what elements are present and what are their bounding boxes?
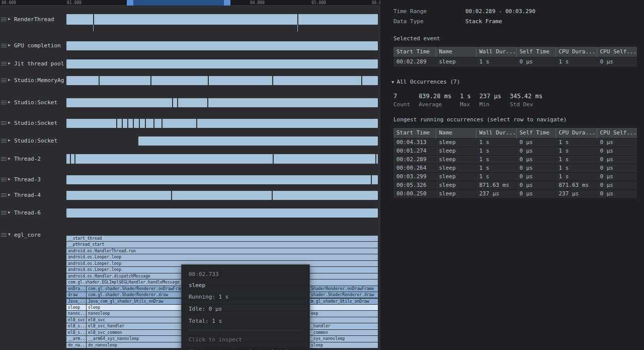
- thread-track[interactable]: [66, 76, 378, 85]
- chevron-right-icon[interactable]: ▶: [8, 209, 11, 216]
- drag-handle-icon[interactable]: [1, 139, 7, 143]
- flame-segment[interactable]: [309, 317, 378, 323]
- chevron-right-icon[interactable]: ▶: [8, 42, 11, 48]
- flame-segment[interactable]: el0_s...: [66, 323, 86, 329]
- table-row[interactable]: 00:01.274sleep1 s0 µs1 s0 µs: [393, 147, 637, 155]
- flame-segment[interactable]: __pthread_start: [66, 242, 378, 247]
- drag-handle-icon[interactable]: [1, 157, 7, 161]
- table-cell: sleep: [436, 147, 476, 155]
- column-header[interactable]: Start Time: [393, 128, 436, 138]
- thread-track[interactable]: [138, 136, 378, 146]
- flame-segment[interactable]: _common: [309, 330, 378, 335]
- table-cell: sleep: [436, 172, 476, 181]
- flame-segment[interactable]: _handler: [309, 323, 378, 329]
- profiler-window: 00.00001.00002.00003.00004.00005.00006.0…: [0, 0, 644, 350]
- flame-segment[interactable]: eep: [309, 311, 378, 316]
- table-row[interactable]: 00:05.326sleep871.63 ms0 µs871.63 ms0 µs: [393, 181, 637, 189]
- flame-segment[interactable]: android.os.HandlerThread.run: [66, 248, 378, 254]
- column-header[interactable]: Self Time: [516, 47, 555, 57]
- stat-value: 839.28 ms: [419, 93, 451, 100]
- tooltip-hint-inspect: Click to inspect: [189, 336, 302, 343]
- column-header[interactable]: CPU Self...: [597, 128, 637, 138]
- thread-track[interactable]: [66, 59, 378, 68]
- selection-handle-right[interactable]: [224, 0, 230, 6]
- thread-track[interactable]: [66, 191, 378, 200]
- column-header[interactable]: Self Time: [516, 128, 555, 138]
- chevron-right-icon[interactable]: ▶: [8, 60, 11, 66]
- thread-track[interactable]: [66, 98, 378, 107]
- flame-segment[interactable]: m_gl_shader_Utils_onDraw: [309, 299, 378, 304]
- flame-segment[interactable]: __arm...: [66, 336, 86, 341]
- column-header[interactable]: Wall Dur...: [476, 47, 516, 57]
- column-header[interactable]: Start Time: [393, 47, 436, 57]
- table-cell: 0 µs: [516, 147, 555, 155]
- chevron-right-icon[interactable]: ▶: [8, 192, 11, 198]
- chevron-right-icon[interactable]: ▶: [8, 16, 11, 22]
- flame-segment[interactable]: _sys_nanosleep: [309, 336, 378, 341]
- chevron-right-icon[interactable]: ▶: [8, 176, 11, 182]
- thread-track[interactable]: [66, 119, 378, 128]
- stat-label: Count: [393, 101, 410, 108]
- table-row[interactable]: 00:02.289sleep1 s0 µs1 s0 µs: [393, 57, 637, 66]
- chevron-right-icon[interactable]: ▶: [8, 77, 11, 83]
- column-header[interactable]: CPU Self...: [597, 47, 637, 57]
- column-header[interactable]: Name: [436, 47, 476, 57]
- column-header[interactable]: Wall Dur...: [476, 128, 516, 138]
- table-cell: 1 s: [555, 57, 597, 66]
- drag-handle-icon[interactable]: [1, 44, 7, 48]
- flame-segment[interactable]: do_na...: [66, 342, 86, 348]
- table-cell: 0 µs: [516, 172, 555, 181]
- chevron-right-icon[interactable]: ▶: [8, 99, 11, 105]
- chevron-right-icon[interactable]: ▶: [8, 137, 11, 144]
- flame-segment[interactable]: sleep: [66, 305, 86, 310]
- drag-handle-icon[interactable]: [1, 18, 7, 22]
- table-row[interactable]: 00:00.250sleep237 µs0 µs237 µs0 µs: [393, 189, 637, 198]
- table-row[interactable]: 00:04.313sleep1 s0 µs1 s0 µs: [393, 138, 637, 147]
- event-tooltip: 00:02.733 sleep Running: 1 s Idle: 0 µs …: [181, 264, 310, 350]
- flame-segment[interactable]: onDra...: [66, 286, 86, 292]
- drag-handle-icon[interactable]: [1, 193, 7, 197]
- table-row[interactable]: 00:00.264sleep1 s0 µs1 s0 µs: [393, 164, 637, 172]
- track-event-mark: [153, 119, 154, 128]
- thread-track[interactable]: [66, 175, 378, 184]
- flame-segment[interactable]: el0_s...: [66, 330, 86, 335]
- track-event-mark: [127, 119, 128, 128]
- chevron-down-icon[interactable]: ▼: [8, 232, 11, 238]
- drag-handle-icon[interactable]: [1, 178, 7, 182]
- drag-handle-icon[interactable]: [1, 121, 7, 125]
- column-header[interactable]: CPU Dura...: [555, 128, 597, 138]
- table-row[interactable]: 00:02.289sleep1 s0 µs1 s0 µs: [393, 155, 637, 164]
- column-header[interactable]: CPU Dura...: [555, 47, 597, 57]
- flame-segment[interactable]: draw: [66, 292, 86, 298]
- drag-handle-icon[interactable]: [1, 211, 7, 215]
- flame-segment[interactable]: __start_thread: [66, 236, 378, 241]
- flame-segment[interactable]: sleep: [309, 342, 378, 348]
- thread-track[interactable]: [66, 14, 378, 25]
- chevron-right-icon[interactable]: ▶: [8, 120, 11, 126]
- flame-segment[interactable]: android.os.Looper.loop: [66, 254, 378, 260]
- flame-segment[interactable]: shader.ShaderRenderer.draw: [309, 292, 378, 298]
- time-ruler[interactable]: 00.00001.00002.00003.00004.00005.00006.0: [0, 0, 380, 6]
- flame-segment[interactable]: [309, 305, 378, 310]
- drag-handle-icon[interactable]: [1, 62, 7, 66]
- flame-segment[interactable]: nanos...: [66, 311, 86, 316]
- table-row[interactable]: 00:03.299sleep1 s0 µs1 s0 µs: [393, 172, 637, 181]
- thread-track[interactable]: [66, 154, 378, 164]
- thread-track[interactable]: [66, 208, 378, 218]
- flame-segment[interactable]: ShaderRenderer.onDrawFrame: [309, 286, 378, 292]
- selection-range[interactable]: [127, 0, 230, 6]
- stat-block: 237 µsMin: [479, 93, 501, 108]
- selection-handle-left[interactable]: [127, 0, 133, 6]
- thread-track[interactable]: [66, 41, 378, 50]
- drag-handle-icon[interactable]: [1, 101, 7, 105]
- track-event-mark: [133, 119, 134, 128]
- occurrences-toggle[interactable]: ▼All Occurrences (7): [391, 79, 460, 85]
- flame-segment[interactable]: Java_...: [66, 299, 86, 304]
- flame-segment[interactable]: el0_svc: [66, 317, 86, 323]
- chevron-right-icon[interactable]: ▶: [8, 156, 11, 162]
- drag-handle-icon[interactable]: [1, 233, 7, 237]
- column-header[interactable]: Name: [436, 128, 476, 138]
- tooltip-idle-stat: Idle: 0 µs: [189, 306, 302, 312]
- time-range-value: 00:02.289 - 00:03.290: [465, 8, 535, 15]
- drag-handle-icon[interactable]: [1, 79, 7, 83]
